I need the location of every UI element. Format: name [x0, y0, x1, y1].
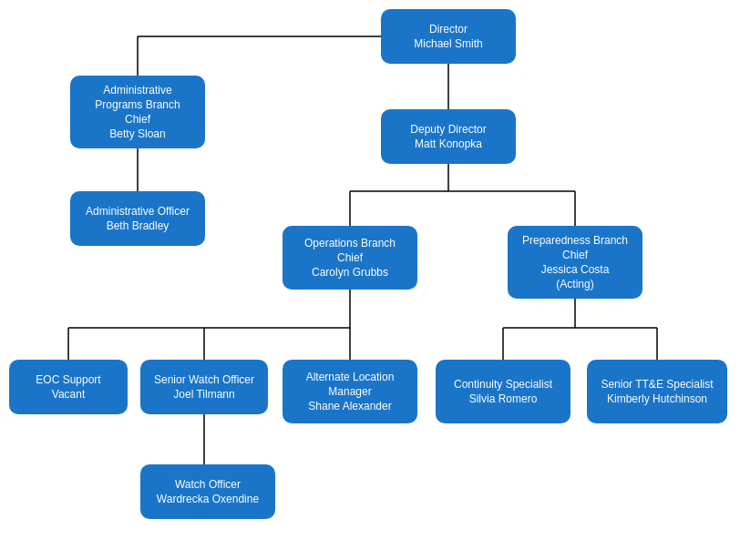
- node-watch-officer: Watch Officer Wardrecka Oxendine: [140, 464, 275, 519]
- node-ops-branch: Operations Branch Chief Carolyn Grubbs: [283, 226, 417, 290]
- node-senior-tte: Senior TT&E Specialist Kimberly Hutchins…: [587, 360, 727, 423]
- node-prep-branch: Preparedness Branch Chief Jessica Costa …: [508, 226, 642, 299]
- node-deputy: Deputy Director Matt Konopka: [381, 109, 516, 164]
- node-continuity: Continuity Specialist Silvia Romero: [436, 360, 570, 423]
- node-director: Director Michael Smith: [381, 9, 516, 64]
- node-admin-officer: Administrative Officer Beth Bradley: [70, 191, 205, 246]
- node-eoc: EOC Support Vacant: [9, 360, 128, 414]
- node-alt-location: Alternate Location Manager Shane Alexand…: [283, 360, 417, 423]
- node-senior-watch: Senior Watch Officer Joel Tilmann: [140, 360, 268, 414]
- node-admin-branch: Administrative Programs Branch Chief Bet…: [70, 76, 205, 148]
- org-chart: Director Michael Smith Deputy Director M…: [0, 0, 740, 560]
